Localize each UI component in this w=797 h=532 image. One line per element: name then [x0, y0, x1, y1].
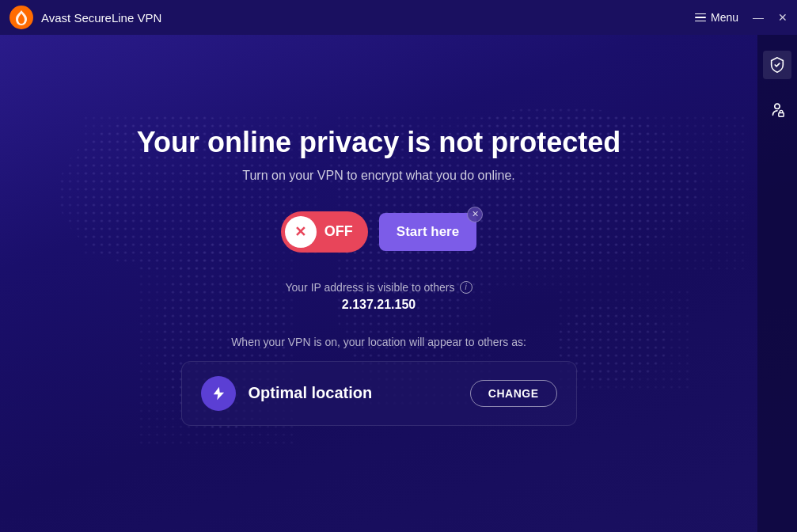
lightning-icon: [211, 386, 226, 401]
bubble-close-button[interactable]: ✕: [467, 207, 483, 222]
start-here-button[interactable]: Start here: [379, 213, 476, 251]
shield-icon: [769, 56, 786, 74]
person-lock-icon: [769, 101, 786, 118]
optimal-location-icon: [201, 376, 236, 411]
minimize-button[interactable]: —: [753, 12, 764, 23]
location-left: Optimal location: [201, 376, 373, 411]
menu-label: Menu: [711, 11, 738, 24]
ip-label: Your IP address is visible to others i: [285, 281, 472, 294]
sidebar-shield-button[interactable]: [763, 51, 791, 79]
titlebar: Avast SecureLine VPN Menu — ✕: [0, 0, 797, 35]
svg-rect-15: [779, 113, 784, 117]
headline: Your online privacy is not protected: [137, 126, 621, 159]
menu-icon: [695, 13, 706, 22]
main-content: Your online privacy is not protected Tur…: [0, 35, 757, 532]
toggle-label: OFF: [324, 223, 353, 240]
toggle-area: ✕ OFF Start here ✕: [281, 211, 476, 253]
toggle-x-icon: ✕: [285, 216, 317, 248]
ip-address: 2.137.21.150: [285, 298, 472, 312]
change-location-button[interactable]: CHANGE: [470, 380, 557, 407]
vpn-toggle[interactable]: ✕ OFF: [281, 211, 368, 253]
ip-label-text: Your IP address is visible to others: [285, 281, 454, 294]
svg-point-14: [775, 104, 780, 108]
ip-section: Your IP address is visible to others i 2…: [285, 281, 472, 312]
location-name: Optimal location: [249, 384, 373, 402]
background: Your online privacy is not protected Tur…: [0, 35, 797, 532]
close-button[interactable]: ✕: [778, 12, 788, 23]
avast-logo-icon: [9, 6, 33, 29]
app-title: Avast SecureLine VPN: [41, 11, 161, 25]
sidebar: [757, 35, 797, 532]
titlebar-right: Menu — ✕: [695, 11, 788, 24]
titlebar-left: Avast SecureLine VPN: [9, 6, 161, 29]
subheadline: Turn on your VPN to encrypt what you do …: [242, 169, 514, 183]
start-here-bubble: Start here ✕: [379, 213, 476, 251]
info-icon[interactable]: i: [460, 281, 473, 294]
location-desc: When your VPN is on, your location will …: [181, 336, 577, 348]
location-card: Optimal location CHANGE: [181, 361, 577, 426]
location-section: When your VPN is on, your location will …: [181, 336, 577, 426]
menu-button[interactable]: Menu: [695, 11, 738, 24]
sidebar-account-button[interactable]: [763, 95, 791, 124]
